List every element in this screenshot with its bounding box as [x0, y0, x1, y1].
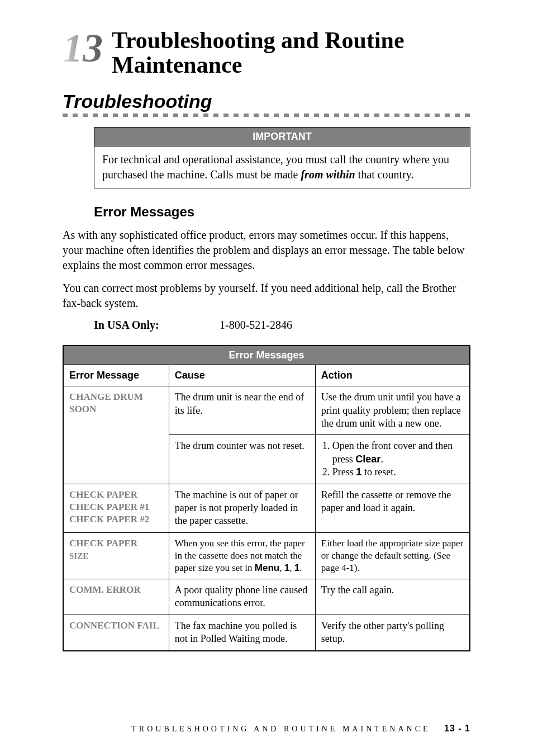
section-title: Troubleshooting	[63, 91, 470, 112]
action-cell: Use the drum unit until you have a print…	[315, 386, 470, 435]
action-text: Press	[332, 466, 356, 478]
subsection-title: Error Messages	[94, 204, 470, 220]
error-msg-line: CHANGE DRUM	[69, 391, 143, 402]
cause-cell: The fax machine you polled is not in Pol…	[169, 615, 315, 650]
page-number: 13 - 1	[444, 724, 470, 733]
important-emph: from within	[301, 168, 355, 181]
col-header-action: Action	[315, 365, 470, 386]
action-text: Open the front cover and then press	[332, 440, 453, 464]
important-box: For technical and operational assistance…	[94, 146, 470, 188]
chapter-title: Troubleshooting and Routine Maintenance	[112, 28, 470, 77]
error-msg-line: CHECK PAPER	[69, 489, 137, 500]
error-msg-line: CHECK PAPER #2	[69, 514, 149, 525]
table-row: CHECK PAPER CHECK PAPER #1 CHECK PAPER #…	[63, 484, 470, 532]
error-msg-line: CHECK PAPER #1	[69, 502, 149, 512]
error-msg-line: SIZE	[69, 551, 88, 560]
table-row: COMM. ERROR A poor quality phone line ca…	[63, 579, 470, 615]
action-cell: Try the call again.	[315, 579, 470, 615]
important-header: IMPORTANT	[94, 127, 470, 146]
cause-text: ,	[279, 563, 284, 573]
chapter-number: 13	[63, 31, 103, 65]
table-row: CHANGE DRUM SOON The drum unit is near t…	[63, 386, 470, 435]
error-message-cell: CHECK PAPER CHECK PAPER #1 CHECK PAPER #…	[63, 484, 169, 532]
cause-text: ,	[289, 563, 294, 573]
action-cell: Refill the cassette or remove the paper …	[315, 484, 470, 532]
action-step: Open the front cover and then press Clea…	[332, 440, 464, 466]
cause-keyword: Menu	[255, 563, 279, 573]
col-header-cause: Cause	[169, 365, 315, 386]
footer-text: TROUBLESHOOTING AND ROUTINE MAINTENANCE	[131, 725, 430, 733]
table-row: CONNECTION FAIL The fax machine you poll…	[63, 615, 470, 650]
cause-cell: When you see this error, the paper in th…	[169, 532, 315, 579]
action-text: .	[380, 453, 383, 465]
table-title: Error Messages	[63, 346, 470, 365]
error-message-cell: COMM. ERROR	[63, 579, 169, 615]
phone-number: 1-800-521-2846	[220, 319, 292, 331]
cause-keyword: 1	[294, 563, 299, 573]
error-msg-line: SOON	[69, 404, 96, 414]
action-text: to reset.	[361, 466, 396, 478]
error-message-cell: CHECK PAPER SIZE	[63, 532, 169, 579]
cause-cell: The drum counter was not reset.	[169, 435, 315, 484]
table-row: CHECK PAPER SIZE When you see this error…	[63, 532, 470, 579]
chapter-header: 13 Troubleshooting and Routine Maintenan…	[63, 28, 470, 77]
error-msg-line: CHECK PAPER	[69, 538, 137, 549]
cause-text: .	[299, 563, 302, 573]
section-rule	[63, 114, 470, 117]
action-cell: Verify the other party's polling setup.	[315, 615, 470, 650]
action-cell: Open the front cover and then press Clea…	[315, 435, 470, 484]
cause-cell: The drum unit is near the end of its lif…	[169, 386, 315, 435]
col-header-message: Error Message	[63, 365, 169, 386]
action-keyword: Clear	[355, 453, 380, 465]
error-messages-table: Error Messages Error Message Cause Actio…	[63, 345, 470, 651]
error-message-cell: CHANGE DRUM SOON	[63, 386, 169, 484]
action-steps: Open the front cover and then press Clea…	[321, 440, 464, 479]
page-footer: TROUBLESHOOTING AND ROUTINE MAINTENANCE …	[63, 724, 470, 734]
cause-cell: A poor quality phone line caused communi…	[169, 579, 315, 615]
cause-keyword: 1	[284, 563, 289, 573]
action-keyword: 1	[356, 466, 361, 478]
action-step: Press 1 to reset.	[332, 466, 464, 479]
body-para-2: You can correct most problems by yoursel…	[63, 281, 470, 311]
phone-line: In USA Only: 1-800-521-2846	[94, 319, 470, 332]
cause-cell: The machine is out of paper or paper is …	[169, 484, 315, 532]
error-message-cell: CONNECTION FAIL	[63, 615, 169, 650]
phone-label: In USA Only:	[94, 319, 217, 332]
body-para-1: As with any sophisticated office product…	[63, 228, 470, 273]
important-text-after: that country.	[355, 168, 414, 181]
action-cell: Either load the appropriate size paper o…	[315, 532, 470, 579]
